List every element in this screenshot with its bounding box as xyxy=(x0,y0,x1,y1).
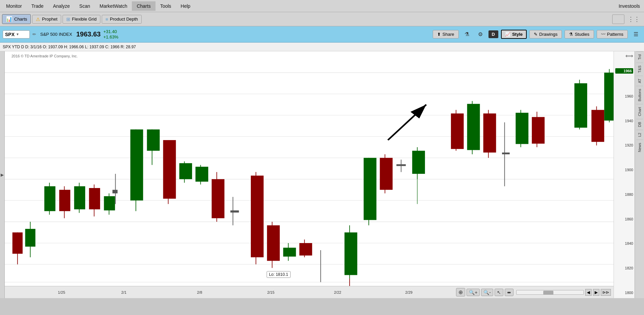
svg-rect-24 xyxy=(104,196,115,210)
svg-rect-30 xyxy=(147,129,160,151)
price-1880: 1880 xyxy=(615,193,633,196)
horizontal-scrollbar[interactable] xyxy=(516,290,584,295)
symbol-change: +31.40 +1.63% xyxy=(103,29,118,40)
price-1840: 1840 xyxy=(615,242,633,245)
svg-rect-12 xyxy=(13,232,23,254)
zoom-out-glass-button[interactable]: 🔍- xyxy=(481,289,493,296)
svg-line-80 xyxy=(388,105,426,140)
svg-rect-79 xyxy=(604,73,614,121)
candles-icon: 📈 xyxy=(505,32,510,37)
style-button[interactable]: 📈 Style xyxy=(501,30,527,39)
grid-icon: ⊞ xyxy=(66,17,70,22)
svg-rect-16 xyxy=(44,186,55,211)
right-tab-ts[interactable]: T&S xyxy=(636,62,643,75)
studies-button[interactable]: ⚗ Studies xyxy=(565,30,594,38)
scroll-right-button[interactable]: ▶ xyxy=(593,289,599,296)
price-1900: 1900 xyxy=(615,168,633,172)
patterns-icon: 〰 xyxy=(601,32,605,37)
flask-icon-button[interactable]: ⚗ xyxy=(461,29,472,39)
svg-rect-58 xyxy=(397,164,406,166)
share-button[interactable]: ⬆ Share xyxy=(433,30,459,38)
copyright-text: 2016 © TD Ameritrade IP Company, Inc. xyxy=(11,54,78,58)
menu-item-charts[interactable]: Charts xyxy=(132,1,155,11)
menu-bar: Monitor Trade Analyze Scan MarketWatch C… xyxy=(0,0,644,12)
zoom-in-button[interactable]: ⊕ xyxy=(456,288,465,296)
svg-rect-69 xyxy=(502,153,510,154)
zoom-in-glass-button[interactable]: 🔍+ xyxy=(467,289,480,296)
studies-icon: ⚗ xyxy=(569,32,573,37)
symbol-text: SPX xyxy=(5,32,15,37)
depth-icon: ≡ xyxy=(105,17,108,22)
right-tab-chart[interactable]: Chart xyxy=(636,104,643,119)
patterns-button[interactable]: 〰 Patterns xyxy=(597,30,628,38)
price-1860: 1860 xyxy=(615,217,633,221)
date-21: 2/1 xyxy=(121,290,126,294)
scroll-thumb[interactable] xyxy=(543,291,553,295)
svg-rect-44 xyxy=(267,225,280,261)
menu-item-marketwatch[interactable]: MarketWatch xyxy=(95,1,132,11)
prophet-button[interactable]: ⚠ Prophet xyxy=(32,15,61,24)
menu-item-help[interactable]: Help xyxy=(176,1,195,11)
cursor-button[interactable]: ↖ xyxy=(495,289,503,296)
style-label: Style xyxy=(512,32,523,37)
menu-item-analyze[interactable]: Analyze xyxy=(48,1,75,11)
symbol-price: 1963.63 xyxy=(76,30,100,38)
scroll-right-more-button[interactable]: ⊳⊳ xyxy=(601,289,611,296)
date-labels: 1/25 2/1 2/8 2/15 2/22 2/29 xyxy=(8,286,453,298)
menu-item-tools[interactable]: Tools xyxy=(156,1,176,11)
small-chart-preview xyxy=(612,15,624,24)
gear-icon-button[interactable]: ⚙ xyxy=(475,29,486,39)
svg-rect-77 xyxy=(592,110,604,142)
product-depth-label: Product Depth xyxy=(110,17,138,22)
svg-rect-65 xyxy=(467,104,480,150)
price-1960: 1960 xyxy=(615,95,633,98)
symbol-selector[interactable]: SPX ▼ xyxy=(3,30,30,38)
prophet-icon: ⚠ xyxy=(36,17,40,22)
right-tab-l2[interactable]: L2 xyxy=(636,130,643,139)
right-tab-news[interactable]: News xyxy=(636,140,643,155)
app-title: Investools xyxy=(619,3,643,9)
price-1940: 1940 xyxy=(615,119,633,123)
more-options-icon[interactable]: ⋮⋮ xyxy=(626,16,642,23)
flexible-grid-label: Flexible Grid xyxy=(72,17,97,22)
price-1820: 1820 xyxy=(615,266,633,270)
flexible-grid-button[interactable]: ⊞ Flexible Grid xyxy=(63,15,100,24)
svg-rect-75 xyxy=(574,83,587,128)
svg-rect-20 xyxy=(74,186,85,209)
drawings-button[interactable]: ✎ Drawings xyxy=(529,30,562,38)
right-tab-db[interactable]: DB xyxy=(636,119,643,130)
svg-rect-38 xyxy=(212,179,224,218)
svg-rect-34 xyxy=(179,163,192,179)
right-tab-at[interactable]: AT xyxy=(636,76,643,86)
marker-button[interactable]: ⬌ xyxy=(505,289,514,296)
price-axis-style-icon[interactable]: ⟺ xyxy=(625,53,633,59)
svg-rect-14 xyxy=(25,229,35,247)
list-icon-button[interactable]: ☰ xyxy=(630,29,641,39)
product-depth-button[interactable]: ≡ Product Depth xyxy=(102,15,142,24)
chart-info-text: SPX YTD D D: 3/1/16 O: 1937.09 H: 1966.0… xyxy=(3,45,136,49)
chart-container: ▶ 2016 © TD Ameritrade IP Company, Inc. xyxy=(0,51,644,298)
pencil-icon[interactable]: ✏ xyxy=(32,32,36,37)
menu-item-scan[interactable]: Scan xyxy=(75,1,95,11)
candle-chart: 2016 © TD Ameritrade IP Company, Inc. xyxy=(5,51,614,298)
svg-rect-56 xyxy=(380,158,393,190)
current-price-label: 1966 xyxy=(615,68,633,74)
right-tab-trd[interactable]: Trd xyxy=(636,51,643,62)
menu-item-monitor[interactable]: Monitor xyxy=(1,1,27,11)
toolbar: 📊 Charts ⚠ Prophet ⊞ Flexible Grid ≡ Pro… xyxy=(0,12,644,26)
charts-icon: 📊 xyxy=(6,16,13,22)
right-tabs: Trd T&S AT Buttons Chart DB L2 News xyxy=(635,51,644,298)
date-229: 2/29 xyxy=(405,290,412,294)
left-collapse-tab[interactable]: ▶ xyxy=(0,51,5,298)
chart-main[interactable]: 2016 © TD Ameritrade IP Company, Inc. xyxy=(5,51,614,298)
svg-rect-51 xyxy=(344,232,357,275)
scroll-left-button[interactable]: ◀ xyxy=(585,289,592,296)
svg-rect-71 xyxy=(516,113,528,144)
date-215: 2/15 xyxy=(267,290,274,294)
date-222: 2/22 xyxy=(334,290,341,294)
menu-item-trade[interactable]: Trade xyxy=(27,1,48,11)
dropdown-arrow-icon[interactable]: ▼ xyxy=(16,32,19,36)
period-button[interactable]: D xyxy=(488,30,498,38)
right-tab-buttons[interactable]: Buttons xyxy=(636,86,643,104)
charts-button[interactable]: 📊 Charts xyxy=(2,14,31,24)
